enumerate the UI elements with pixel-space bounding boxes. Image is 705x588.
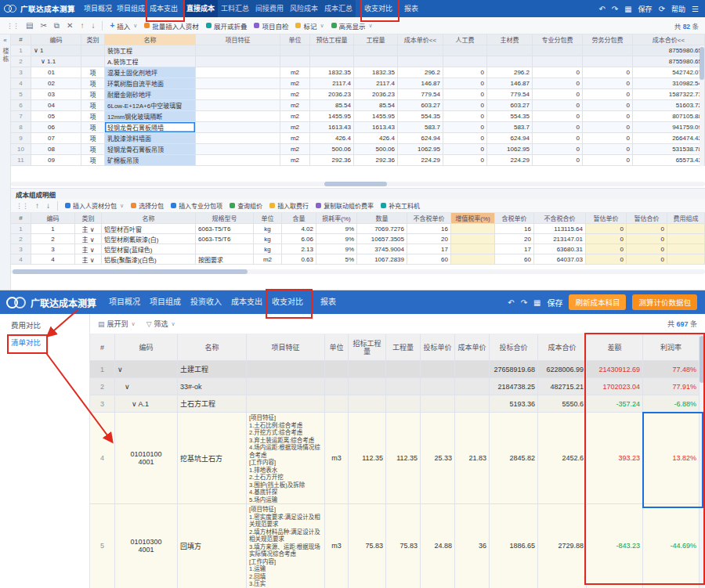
- cell[interactable]: 9%: [316, 224, 357, 234]
- column-header[interactable]: 专业分包费: [533, 34, 583, 45]
- cell[interactable]: [247, 395, 325, 413]
- table-row[interactable]: 401010100 4001挖基坑土石方[项目特征] 1.土石比例:综合考虑 2…: [90, 413, 700, 504]
- cell[interactable]: 16: [495, 224, 534, 234]
- cell[interactable]: 75.83: [386, 504, 421, 588]
- cell[interactable]: 554.35: [487, 111, 533, 122]
- cell[interactable]: [455, 378, 490, 395]
- cell[interactable]: 6063-T5/T6: [196, 234, 254, 244]
- orange-button-0[interactable]: 刷新成本科目: [569, 294, 626, 310]
- cell[interactable]: [451, 224, 495, 234]
- top-menu-item-1[interactable]: 项目组成: [114, 0, 147, 17]
- cell[interactable]: 603.27: [487, 100, 533, 111]
- column-header[interactable]: 增值税率(%): [451, 213, 495, 224]
- scrollbar-thumb[interactable]: [700, 47, 704, 80]
- column-header[interactable]: 单位: [325, 334, 349, 361]
- table-row[interactable]: 1109项矿棉板吊顶m2292.36292.36224.290224.29006…: [11, 155, 705, 166]
- cell[interactable]: 主 ∨: [75, 254, 102, 265]
- cell[interactable]: 01010100 4001: [115, 413, 178, 504]
- cell[interactable]: 2: [31, 234, 75, 244]
- cell[interactable]: 06: [31, 122, 81, 133]
- cell[interactable]: 296.2: [487, 67, 533, 78]
- bottom-menu-item-4[interactable]: 收支对比: [267, 290, 308, 314]
- refresh-icon[interactable]: ⟳: [659, 5, 665, 13]
- table-row[interactable]: 44主 ∨铝板(聚酯漆)(白色)按图要求m20.635%1067.2839606…: [11, 254, 705, 265]
- cell[interactable]: 1613.43: [354, 122, 398, 133]
- table-row[interactable]: 2∨ 1.1A.装饰工程8755980.65: [11, 56, 705, 67]
- cell[interactable]: 63680.31: [534, 244, 586, 254]
- sidebar-item-1[interactable]: 清单对比: [0, 334, 89, 352]
- cell[interactable]: 296.2: [398, 67, 443, 78]
- cell[interactable]: 0: [583, 100, 633, 111]
- column-header[interactable]: 不含税单价: [407, 213, 451, 224]
- cell[interactable]: 2452.6: [538, 413, 587, 504]
- vertical-scrollbar[interactable]: [700, 45, 704, 166]
- cell[interactable]: 项: [81, 144, 105, 155]
- cell[interactable]: 25.33: [421, 413, 455, 504]
- table-row[interactable]: 33主 ∨铝型材窗(蓝绿色)kg2.139%3745.9004171763680…: [11, 244, 705, 254]
- toolbar-button-2[interactable]: 项目自检: [254, 21, 288, 31]
- redo-icon[interactable]: ↷: [521, 298, 527, 307]
- cell[interactable]: 0: [583, 122, 633, 133]
- cell[interactable]: 0: [443, 100, 487, 111]
- cell[interactable]: [667, 224, 705, 234]
- cell[interactable]: 项: [81, 133, 105, 144]
- cell[interactable]: m2: [280, 133, 310, 144]
- cell[interactable]: [583, 45, 633, 56]
- cell[interactable]: 500.06: [310, 144, 354, 155]
- top-menu-item-2[interactable]: 成本支出: [147, 0, 180, 17]
- cell[interactable]: 铝板(聚酯漆)(白色): [102, 254, 196, 265]
- cell[interactable]: 0: [443, 133, 487, 144]
- cell[interactable]: 21430912.69: [587, 361, 643, 378]
- cell[interactable]: [196, 56, 280, 67]
- column-header[interactable]: 数量: [357, 213, 407, 224]
- column-header[interactable]: 编码: [31, 34, 81, 45]
- cell[interactable]: 0: [443, 67, 487, 78]
- cell[interactable]: 310982.54: [633, 78, 705, 89]
- cell[interactable]: [354, 45, 398, 56]
- cell[interactable]: 9: [11, 133, 31, 144]
- cell[interactable]: 0: [583, 144, 633, 155]
- cell[interactable]: 2117.4: [354, 78, 398, 89]
- menu-icon[interactable]: ☰: [692, 5, 699, 13]
- column-header[interactable]: 编码: [31, 213, 75, 224]
- move-down-icon[interactable]: ↓: [91, 21, 95, 30]
- cell[interactable]: [386, 378, 421, 395]
- cell[interactable]: 项: [81, 89, 105, 100]
- paste-icon[interactable]: ▤: [26, 21, 33, 30]
- column-header[interactable]: 工程量: [354, 34, 398, 45]
- column-header[interactable]: 名称: [105, 34, 196, 45]
- cell[interactable]: m2: [280, 144, 310, 155]
- top-subtab-2[interactable]: 间接费用: [252, 0, 287, 17]
- cell[interactable]: 耐磨金刚砂地坪: [105, 89, 196, 100]
- cell[interactable]: 7069.7276: [357, 224, 407, 234]
- cell[interactable]: [583, 56, 633, 67]
- cell[interactable]: 1067.2839: [357, 254, 407, 265]
- cell[interactable]: 27658919.68: [490, 361, 538, 378]
- cell[interactable]: [455, 361, 490, 378]
- cell[interactable]: 531538.78: [633, 144, 705, 155]
- cell[interactable]: 矿棉板吊顶: [105, 155, 196, 166]
- cell[interactable]: 0: [443, 155, 487, 166]
- column-header[interactable]: 成本单价: [455, 334, 490, 361]
- cell[interactable]: 554.35: [398, 111, 443, 122]
- column-header[interactable]: 成本合价: [538, 334, 587, 361]
- cell[interactable]: 583.7: [487, 122, 533, 133]
- drag-handle[interactable]: ⋮⋮: [16, 202, 28, 210]
- cell[interactable]: -843.23: [587, 504, 643, 588]
- cell[interactable]: 807105.88: [633, 111, 705, 122]
- cell[interactable]: 779.54: [487, 89, 533, 100]
- column-header[interactable]: 项目特征: [196, 34, 280, 45]
- cell[interactable]: 0: [443, 111, 487, 122]
- cell[interactable]: 混凝土固化剂地坪: [105, 67, 196, 78]
- scrollbar-thumb[interactable]: [324, 182, 387, 186]
- cell[interactable]: 9%: [316, 244, 357, 254]
- cell[interactable]: 装饰工程: [105, 45, 196, 56]
- cell[interactable]: 65573.42: [633, 155, 705, 166]
- cell[interactable]: [533, 45, 583, 56]
- redo-icon[interactable]: ↷: [612, 5, 618, 13]
- table-row[interactable]: 1008项轻钢龙骨石膏板吊顶m2500.06500.061062.9501062…: [11, 144, 705, 155]
- column-header[interactable]: 名称: [102, 213, 196, 224]
- sidebar-item-0[interactable]: 费用对比: [0, 317, 89, 334]
- cell[interactable]: 779.54: [398, 89, 443, 100]
- table-row[interactable]: 907项乳胶漆涂料墙面m2426.4426.4624.940624.940026…: [11, 133, 705, 144]
